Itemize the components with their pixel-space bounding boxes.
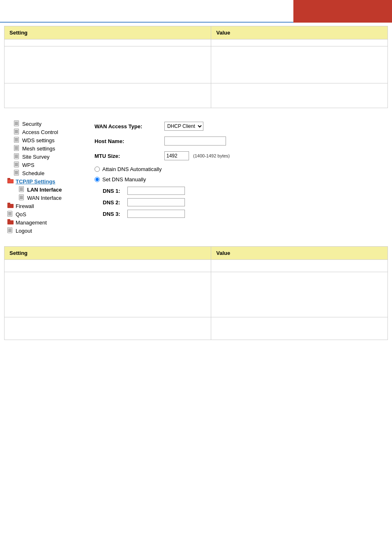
table-cell bbox=[211, 46, 388, 83]
sidebar: Security Access Control WDS settings Mes… bbox=[4, 120, 86, 235]
top-table-section: Setting Value bbox=[0, 23, 392, 111]
page-icon bbox=[7, 227, 14, 234]
sidebar-item-label: Site Survey bbox=[22, 154, 49, 160]
table-cell bbox=[5, 46, 211, 83]
sidebar-item-wds-settings[interactable]: WDS settings bbox=[4, 136, 86, 144]
dns2-label: DNS 2: bbox=[103, 199, 127, 206]
table-cell bbox=[211, 83, 388, 108]
sidebar-item-label: Security bbox=[22, 121, 42, 127]
sidebar-item-wps[interactable]: WPS bbox=[4, 161, 86, 169]
sidebar-item-management[interactable]: Management bbox=[4, 218, 86, 227]
table-cell bbox=[5, 272, 211, 317]
table-cell bbox=[5, 260, 211, 272]
dns2-input[interactable] bbox=[127, 198, 185, 206]
table-cell bbox=[211, 317, 388, 340]
sidebar-item-label: Schedule bbox=[22, 170, 44, 176]
sidebar-item-mesh-settings[interactable]: Mesh settings bbox=[4, 144, 86, 153]
sidebar-item-firewall[interactable]: Firewall bbox=[4, 202, 86, 210]
attain-dns-radio[interactable] bbox=[95, 166, 100, 172]
bottom-table-section: Setting Value bbox=[0, 243, 392, 343]
page-icon bbox=[14, 170, 21, 176]
table-row bbox=[5, 39, 388, 46]
page-icon bbox=[14, 120, 21, 127]
bottom-table-col2-header: Value bbox=[211, 247, 388, 260]
sidebar-item-label: QoS bbox=[16, 211, 26, 217]
host-name-label: Host Name: bbox=[95, 138, 164, 144]
page-icon bbox=[14, 153, 21, 160]
sidebar-item-label: Access Control bbox=[22, 129, 58, 135]
dns3-row: DNS 3: bbox=[95, 210, 388, 218]
sidebar-item-label: WPS bbox=[22, 162, 35, 168]
table-cell bbox=[211, 39, 388, 46]
host-name-row: Host Name: bbox=[95, 136, 388, 146]
page-icon bbox=[19, 186, 25, 193]
dns1-input[interactable] bbox=[127, 187, 185, 195]
sidebar-item-schedule[interactable]: Schedule bbox=[4, 169, 86, 177]
set-dns-radio[interactable] bbox=[95, 177, 100, 182]
top-table-col1-header: Setting bbox=[5, 26, 211, 39]
attain-dns-label: Attain DNS Automatically bbox=[102, 166, 162, 172]
svg-rect-6 bbox=[7, 219, 10, 221]
page-icon bbox=[14, 145, 21, 152]
wan-form: WAN Access Type: DHCP Client Static IP P… bbox=[95, 120, 388, 235]
wan-access-type-row: WAN Access Type: DHCP Client Static IP P… bbox=[95, 122, 388, 131]
sidebar-item-security[interactable]: Security bbox=[4, 120, 86, 128]
svg-rect-5 bbox=[7, 220, 14, 224]
sidebar-item-wan-interface[interactable]: WAN Interface bbox=[4, 194, 86, 202]
dns3-label: DNS 3: bbox=[103, 211, 127, 217]
set-dns-row: Set DNS Manually bbox=[95, 176, 388, 183]
mtu-size-row: MTU Size: (1400-1492 bytes) bbox=[95, 151, 388, 160]
attain-dns-row: Attain DNS Automatically bbox=[95, 166, 388, 172]
mtu-hint: (1400-1492 bytes) bbox=[193, 153, 230, 158]
dns-section: DNS 1: DNS 2: DNS 3: bbox=[95, 187, 388, 218]
sidebar-item-label: LAN Interface bbox=[27, 187, 62, 193]
dns1-row: DNS 1: bbox=[95, 187, 388, 195]
table-cell bbox=[5, 39, 211, 46]
sidebar-item-label: Mesh settings bbox=[22, 146, 55, 152]
page-icon bbox=[14, 129, 21, 135]
set-dns-label: Set DNS Manually bbox=[102, 176, 146, 183]
table-cell bbox=[5, 317, 211, 340]
table-cell bbox=[211, 272, 388, 317]
top-table-col2-header: Value bbox=[211, 26, 388, 39]
svg-rect-4 bbox=[7, 203, 10, 204]
sidebar-item-label: Firewall bbox=[16, 203, 34, 209]
mtu-size-label: MTU Size: bbox=[95, 153, 164, 159]
dns2-row: DNS 2: bbox=[95, 198, 388, 206]
sidebar-item-label: TCP/IP Settings bbox=[16, 178, 55, 185]
table-row bbox=[5, 260, 388, 272]
sidebar-item-qos[interactable]: QoS bbox=[4, 210, 86, 218]
middle-section: Security Access Control WDS settings Mes… bbox=[0, 116, 392, 239]
folder-icon bbox=[7, 203, 14, 209]
table-row bbox=[5, 46, 388, 83]
sidebar-item-logout[interactable]: Logout bbox=[4, 227, 86, 235]
dns3-input[interactable] bbox=[127, 210, 185, 218]
svg-rect-3 bbox=[7, 204, 14, 208]
table-row bbox=[5, 317, 388, 340]
sidebar-item-access-control[interactable]: Access Control bbox=[4, 128, 86, 136]
header-logo-box bbox=[293, 0, 392, 23]
top-settings-table: Setting Value bbox=[4, 26, 388, 108]
sidebar-item-site-survey[interactable]: Site Survey bbox=[4, 153, 86, 161]
page-icon bbox=[14, 137, 21, 143]
sidebar-item-label: Management bbox=[16, 220, 47, 226]
folder-open-icon bbox=[7, 178, 14, 185]
svg-rect-2 bbox=[8, 180, 14, 183]
sidebar-item-label: WAN Interface bbox=[27, 195, 62, 201]
dns1-label: DNS 1: bbox=[103, 188, 127, 194]
host-name-input[interactable] bbox=[164, 136, 226, 146]
mtu-size-input[interactable] bbox=[164, 151, 189, 160]
page-icon bbox=[19, 194, 25, 201]
table-cell bbox=[211, 260, 388, 272]
page-icon bbox=[14, 162, 21, 168]
sidebar-item-lan-interface[interactable]: LAN Interface bbox=[4, 185, 86, 194]
wan-access-type-select[interactable]: DHCP Client Static IP PPPoE bbox=[164, 122, 203, 131]
sidebar-item-tcpip[interactable]: TCP/IP Settings bbox=[4, 177, 86, 185]
folder-icon bbox=[7, 219, 14, 226]
bottom-table-col1-header: Setting bbox=[5, 247, 211, 260]
wan-access-type-control: DHCP Client Static IP PPPoE bbox=[164, 122, 203, 131]
host-name-control bbox=[164, 136, 226, 146]
sidebar-item-label: Logout bbox=[16, 228, 32, 234]
bottom-settings-table: Setting Value bbox=[4, 246, 388, 340]
header bbox=[0, 0, 392, 23]
